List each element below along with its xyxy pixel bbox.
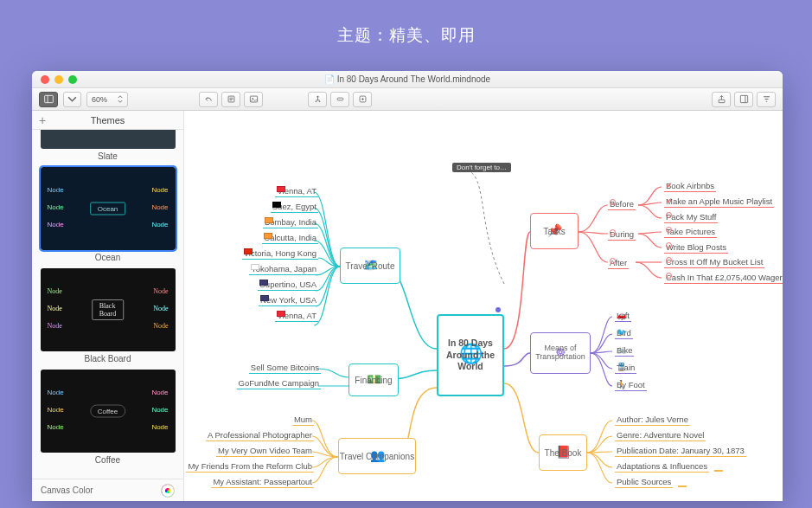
- note-tooltip: Don't forget to…: [452, 163, 511, 172]
- app-window: 📄 In 80 Days Around The World.mindnode 6…: [32, 71, 783, 501]
- sidebar-title: Themes: [91, 115, 125, 125]
- share-button[interactable]: [712, 92, 731, 107]
- window-title: 📄 In 80 Days Around The World.mindnode: [32, 74, 783, 84]
- leaf-node[interactable]: 🚗 Lyft: [615, 310, 631, 322]
- node-transport[interactable]: ☸ Means of Transportation: [530, 332, 591, 374]
- minimize-button[interactable]: [54, 75, 63, 84]
- node-label: Travel Route: [346, 261, 395, 271]
- outline-button[interactable]: [221, 92, 240, 107]
- leaf-node[interactable]: Yokohama, Japan: [249, 263, 318, 275]
- leaf-node[interactable]: 🚲 Bike: [615, 344, 634, 357]
- themes-sidebar: + Themes Slate Ocean Node Node Node Node…: [32, 111, 184, 501]
- undo-button[interactable]: [199, 92, 218, 107]
- canvas-color-row: Canvas Color: [32, 479, 183, 501]
- svg-point-9: [315, 100, 316, 102]
- node-companions[interactable]: 👥 Travel Companions: [338, 438, 416, 474]
- leaf-node[interactable]: 🚶 By Foot: [615, 379, 647, 391]
- central-node[interactable]: 🌐 In 80 Days Around the World: [437, 314, 504, 396]
- leaf-node[interactable]: GoFundMe Campaign: [237, 377, 321, 389]
- leaf-node[interactable]: My Friends From the Reform Club: [186, 460, 314, 473]
- zoom-button[interactable]: [68, 75, 77, 84]
- leaf-node[interactable]: Cross It Off My Bucket List: [664, 256, 764, 268]
- node-label: The Book: [545, 448, 582, 458]
- node-label: Travel Companions: [340, 452, 414, 461]
- filter-button[interactable]: [757, 92, 776, 107]
- leaf-node[interactable]: My Assistant: Passepartout: [211, 476, 314, 488]
- mindmap-canvas[interactable]: Don't forget to… 🌐 In 80 Days Around the…: [184, 111, 783, 501]
- leaf-node[interactable]: Vienna, AT: [275, 310, 318, 322]
- zoom-select[interactable]: 60%: [86, 92, 128, 107]
- leaf-node[interactable]: Bombay, India: [263, 216, 318, 228]
- leaf-node[interactable]: Pack My Stuff: [664, 211, 718, 223]
- canvas-color-label: Canvas Color: [41, 485, 93, 495]
- theme-label: Coffee: [32, 453, 183, 469]
- canvas-color-picker[interactable]: [161, 484, 175, 498]
- central-label: In 80 Days Around the World: [438, 338, 502, 373]
- leaf-node[interactable]: Genre: Adventure Novel: [615, 429, 706, 441]
- leaf-node[interactable]: Public Sources: [615, 476, 673, 488]
- sidebar-toggle-button[interactable]: [39, 92, 58, 107]
- leaf-node[interactable]: Cupertino, USA: [258, 279, 318, 291]
- traffic-lights: [32, 75, 77, 84]
- add-node-button[interactable]: [353, 92, 372, 107]
- titlebar: 📄 In 80 Days Around The World.mindnode: [32, 71, 783, 88]
- add-link-button[interactable]: [330, 92, 349, 107]
- svg-rect-11: [337, 98, 343, 100]
- collapsed-indicator: [714, 470, 723, 472]
- leaf-node[interactable]: Suez, Egypt: [271, 201, 318, 213]
- leaf-node[interactable]: 🚆 Train: [615, 362, 636, 374]
- leaf-node[interactable]: Mum: [292, 414, 314, 426]
- task-group[interactable]: Before: [608, 198, 636, 210]
- page-heading: 主题：精美、即用: [0, 0, 812, 62]
- theme-label: Slate: [32, 149, 183, 165]
- leaf-node[interactable]: Sell Some Bitcoins: [249, 362, 321, 374]
- theme-thumb-slate[interactable]: [41, 130, 176, 149]
- image-button[interactable]: [244, 92, 263, 107]
- node-financing[interactable]: 💵 Financing: [348, 363, 399, 396]
- leaf-node[interactable]: My Very Own Video Team: [216, 445, 314, 457]
- node-travel-route[interactable]: 🗺️ Travel Route: [340, 248, 400, 284]
- leaf-node[interactable]: Publication Date: January 30, 1873: [615, 445, 746, 457]
- node-tasks[interactable]: 📌 Tasks: [530, 213, 579, 249]
- leaf-node[interactable]: Calcutta, India: [262, 232, 318, 244]
- node-label: Financing: [355, 376, 392, 385]
- node-book[interactable]: 📕 The Book: [539, 434, 587, 471]
- theme-list: Slate Ocean Node Node Node Node Node Nod…: [32, 130, 183, 479]
- inspector-button[interactable]: [734, 92, 753, 107]
- task-group[interactable]: After: [608, 257, 629, 269]
- svg-rect-13: [719, 100, 725, 102]
- sidebar-header: + Themes: [32, 111, 183, 130]
- svg-point-10: [318, 100, 320, 102]
- leaf-node[interactable]: Cash In That £2,075,400 Wager: [664, 272, 783, 284]
- leaf-node[interactable]: Adaptations & Influences: [615, 460, 709, 473]
- close-button[interactable]: [41, 75, 49, 84]
- add-theme-button[interactable]: +: [39, 114, 46, 126]
- leaf-node[interactable]: ✔Book Airbnbs: [664, 180, 716, 192]
- node-label: Tasks: [543, 227, 566, 236]
- leaf-node[interactable]: A Professional Photographer: [206, 429, 314, 441]
- add-child-button[interactable]: [308, 92, 327, 107]
- leaf-node[interactable]: New York, USA: [259, 294, 318, 306]
- leaf-node[interactable]: Take Pictures: [664, 226, 717, 238]
- theme-label: Black Board: [32, 351, 183, 368]
- leaf-node[interactable]: Write Blog Posts: [664, 241, 728, 254]
- svg-rect-14: [740, 95, 747, 102]
- toolbar: 60%: [32, 88, 783, 111]
- leaf-node[interactable]: ✔Make an Apple Music Playlist: [664, 196, 774, 208]
- theme-thumb-blackboard[interactable]: BlackBoard Node Node Node Node Node Node: [41, 268, 176, 351]
- svg-rect-0: [44, 95, 53, 102]
- leaf-node[interactable]: Vienna, AT: [275, 185, 318, 197]
- leaf-node[interactable]: Author: Jules Verne: [615, 414, 690, 426]
- sidebar-mode-dropdown[interactable]: [63, 92, 81, 107]
- theme-thumb-coffee[interactable]: Coffee Node Node Node Node Node Node: [41, 370, 176, 453]
- anchor-dot: [496, 307, 501, 312]
- task-group[interactable]: During: [608, 228, 636, 241]
- theme-thumb-ocean[interactable]: Ocean Node Node Node Node Node Node: [41, 167, 176, 250]
- leaf-node[interactable]: Victoria, Hong Kong: [242, 248, 318, 260]
- node-label: Means of Transportation: [531, 344, 590, 362]
- theme-label: Ocean: [32, 250, 183, 267]
- leaf-node[interactable]: 🐦 Bird: [615, 327, 633, 339]
- collapsed-indicator: [678, 485, 687, 487]
